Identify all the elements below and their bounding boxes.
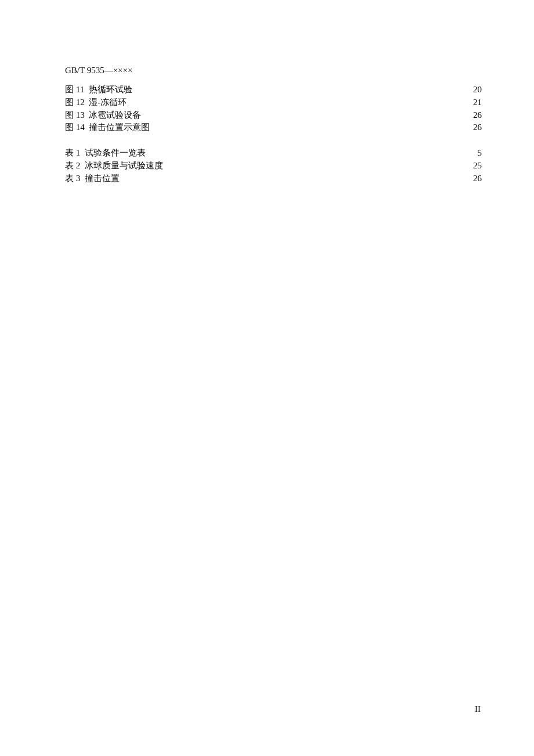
toc-entry: 表 1 试验条件一览表 5 [65, 147, 482, 160]
toc-page: 20 [468, 84, 482, 96]
toc-title: 冰雹试验设备 [89, 109, 141, 122]
toc-prefix: 图 13 [65, 109, 85, 122]
toc-title: 撞击位置 [85, 172, 120, 185]
toc-title: 冰球质量与试验速度 [85, 160, 163, 172]
toc-entry: 表 3 撞击位置 26 [65, 172, 482, 185]
toc-entry: 图 12 湿-冻循环 21 [65, 96, 482, 109]
toc-prefix: 表 3 [65, 172, 80, 185]
toc-page: 26 [468, 121, 482, 134]
toc-page: 21 [468, 96, 482, 109]
toc-prefix: 图 11 [65, 84, 84, 96]
toc-page: 26 [468, 172, 482, 185]
toc-prefix: 图 12 [65, 96, 85, 109]
toc-entry: 图 13 冰雹试验设备 26 [65, 109, 482, 122]
tables-list: 表 1 试验条件一览表 5 表 2 冰球质量与试验速度 25 表 3 撞击位置 … [65, 147, 482, 185]
toc-title: 试验条件一览表 [85, 147, 146, 160]
figures-list: 图 11 热循环试验 20 图 12 湿-冻循环 21 图 13 冰雹试验设备 … [65, 84, 482, 134]
toc-page: 5 [468, 147, 482, 160]
toc-entry: 图 11 热循环试验 20 [65, 84, 482, 96]
toc-page: 26 [468, 109, 482, 122]
document-header: GB/T 9535—×××× [65, 66, 482, 75]
toc-entry: 表 2 冰球质量与试验速度 25 [65, 160, 482, 172]
toc-prefix: 表 1 [65, 147, 80, 160]
toc-title: 撞击位置示意图 [89, 121, 150, 134]
toc-title: 湿-冻循环 [89, 96, 127, 109]
toc-entry: 图 14 撞击位置示意图 26 [65, 121, 482, 134]
toc-prefix: 表 2 [65, 160, 80, 172]
page-number: II [475, 704, 481, 714]
toc-title: 热循环试验 [89, 84, 132, 96]
toc-page: 25 [468, 160, 482, 172]
toc-prefix: 图 14 [65, 121, 85, 134]
